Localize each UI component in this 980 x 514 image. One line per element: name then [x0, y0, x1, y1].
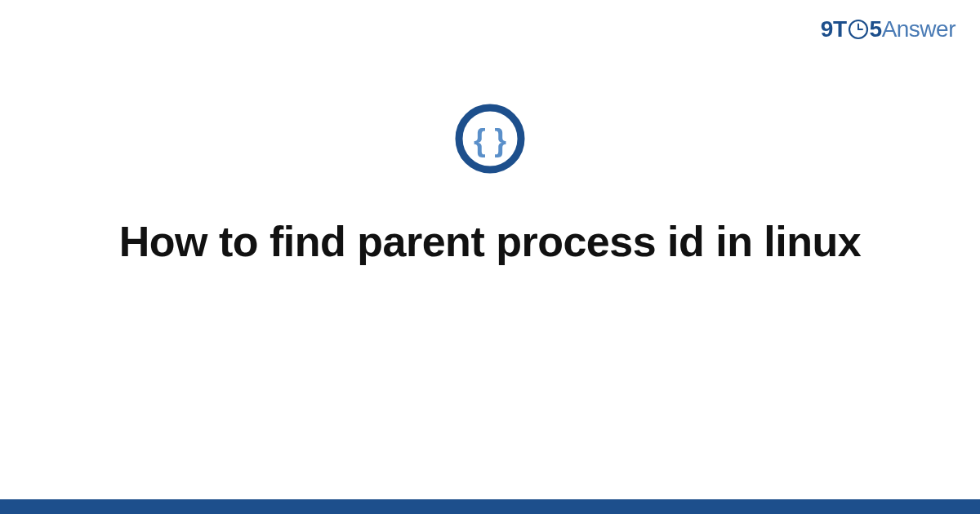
clock-icon	[848, 19, 869, 40]
brand-text-answer: Answer	[882, 18, 956, 41]
hero-content: { } How to find parent process id in lin…	[0, 102, 980, 269]
code-braces-icon: { }	[453, 102, 527, 175]
brand-logo: 9T 5 Answer	[821, 18, 956, 41]
footer-accent-bar	[0, 499, 980, 514]
brand-text-9t: 9T	[821, 18, 847, 41]
brand-text-5: 5	[870, 18, 882, 41]
svg-text:{ }: { }	[474, 123, 506, 157]
page-title: How to find parent process id in linux	[119, 215, 861, 269]
